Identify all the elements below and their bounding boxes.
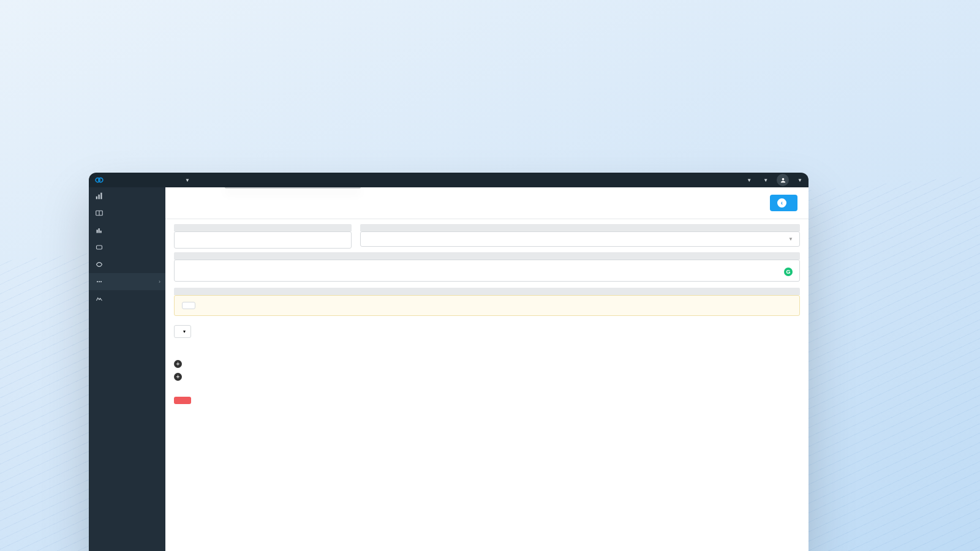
- language-selector[interactable]: ▼: [760, 178, 768, 183]
- rule-type-select[interactable]: ▾: [174, 325, 191, 338]
- svg-point-13: [99, 281, 100, 282]
- sidebar-item-abtesting[interactable]: [89, 204, 165, 222]
- available-label: [360, 224, 800, 231]
- chevron-down-icon: ▾: [183, 329, 186, 334]
- parameter-dropdown[interactable]: [225, 187, 361, 189]
- save-button[interactable]: [174, 397, 191, 404]
- personalization-icon: [95, 227, 104, 234]
- chevron-down-icon: ▼: [185, 178, 190, 183]
- description-textarea[interactable]: [174, 260, 800, 282]
- available-for-select[interactable]: ▼: [360, 231, 800, 247]
- bars-icon: [95, 192, 104, 200]
- sidebar-item-survey[interactable]: [89, 256, 165, 273]
- survey-icon: [95, 261, 104, 268]
- svg-point-14: [100, 281, 102, 282]
- grammarly-icon: G: [784, 268, 793, 276]
- svg-rect-5: [100, 193, 102, 200]
- svg-rect-10: [100, 231, 102, 233]
- svg-point-2: [782, 178, 784, 180]
- segment-template-select[interactable]: [182, 302, 195, 309]
- site-selector[interactable]: ▼: [172, 178, 197, 183]
- plus-icon: +: [174, 360, 182, 368]
- arrow-left-icon: ‹: [777, 198, 786, 208]
- ab-icon: [95, 209, 104, 217]
- svg-rect-3: [96, 197, 97, 200]
- name-label: [174, 224, 352, 231]
- advanced-icon: [95, 278, 104, 285]
- add-and-operator-button[interactable]: +: [174, 373, 800, 381]
- support-link[interactable]: ▼: [744, 178, 752, 183]
- svg-point-1: [99, 178, 103, 182]
- plus-icon: +: [174, 373, 182, 381]
- chevron-down-icon: ▼: [797, 178, 802, 183]
- topbar: ▼ ▼ ▼ ▼: [89, 173, 809, 187]
- app-window: ▼ ▼ ▼ ▼: [89, 173, 809, 551]
- description-label: [174, 252, 800, 260]
- segment-name-input[interactable]: [174, 231, 352, 249]
- sidebar-item-dashboard[interactable]: [89, 187, 165, 204]
- sidebar-item-overlay[interactable]: [89, 239, 165, 256]
- svg-rect-11: [97, 246, 102, 249]
- segment-conditions-label: [174, 288, 800, 295]
- logo-icon: [95, 176, 104, 184]
- brand-logo[interactable]: [95, 176, 172, 184]
- account-menu[interactable]: [777, 174, 789, 186]
- svg-rect-4: [99, 195, 100, 200]
- svg-point-12: [97, 281, 98, 282]
- main-content: ‹ ▼: [165, 187, 809, 551]
- user-icon: [780, 177, 786, 184]
- chevron-right-icon: ›: [159, 279, 160, 285]
- sidebar-item-testing-ideas[interactable]: [89, 290, 165, 307]
- sidebar-item-personalization[interactable]: [89, 222, 165, 239]
- add-or-operator-button[interactable]: +: [174, 360, 800, 368]
- triangle-down-icon: ▼: [788, 236, 793, 242]
- sidebar-item-advanced[interactable]: ›: [89, 273, 165, 290]
- ideas-icon: [95, 295, 104, 302]
- svg-rect-8: [97, 230, 98, 233]
- chevron-down-icon: ▼: [747, 178, 752, 183]
- back-to-segments-button[interactable]: ‹: [770, 195, 797, 211]
- segment-templates-bar: [174, 295, 800, 316]
- svg-rect-9: [99, 228, 100, 233]
- chevron-down-icon: ▼: [763, 178, 768, 183]
- overlay-icon: [95, 244, 104, 251]
- sidebar: ›: [89, 187, 165, 551]
